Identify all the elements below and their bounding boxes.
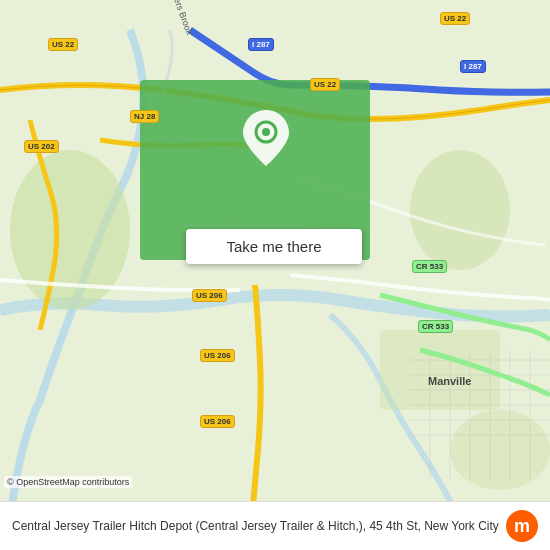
label-us206-3: US 206 [200, 415, 235, 428]
take-me-there-button[interactable]: Take me there [186, 229, 362, 264]
label-cr533-2: CR 533 [418, 320, 453, 333]
osm-attribution: © OpenStreetMap contributors [4, 476, 132, 488]
svg-point-4 [450, 410, 550, 490]
label-us22-ne: US 22 [440, 12, 470, 25]
map-container: US 22 US 22 US 22 I 287 I 287 NJ 28 US 2… [0, 0, 550, 550]
bottom-info-bar: Central Jersey Trailer Hitch Depot (Cent… [0, 501, 550, 550]
label-nj28: NJ 28 [130, 110, 159, 123]
label-us22-nw: US 22 [48, 38, 78, 51]
moovit-icon: m [506, 510, 538, 542]
city-label-manville: Manville [428, 375, 471, 387]
label-i287-e: I 287 [460, 60, 486, 73]
location-pin [243, 110, 289, 166]
label-us206-2: US 206 [200, 349, 235, 362]
svg-point-2 [410, 150, 510, 270]
label-us202: US 202 [24, 140, 59, 153]
label-cr533-1: CR 533 [412, 260, 447, 273]
label-us206-1: US 206 [192, 289, 227, 302]
label-us22-e: US 22 [310, 78, 340, 91]
svg-point-18 [262, 128, 270, 136]
location-description: Central Jersey Trailer Hitch Depot (Cent… [12, 518, 506, 535]
moovit-logo: m [506, 510, 538, 542]
label-i287-center: I 287 [248, 38, 274, 51]
